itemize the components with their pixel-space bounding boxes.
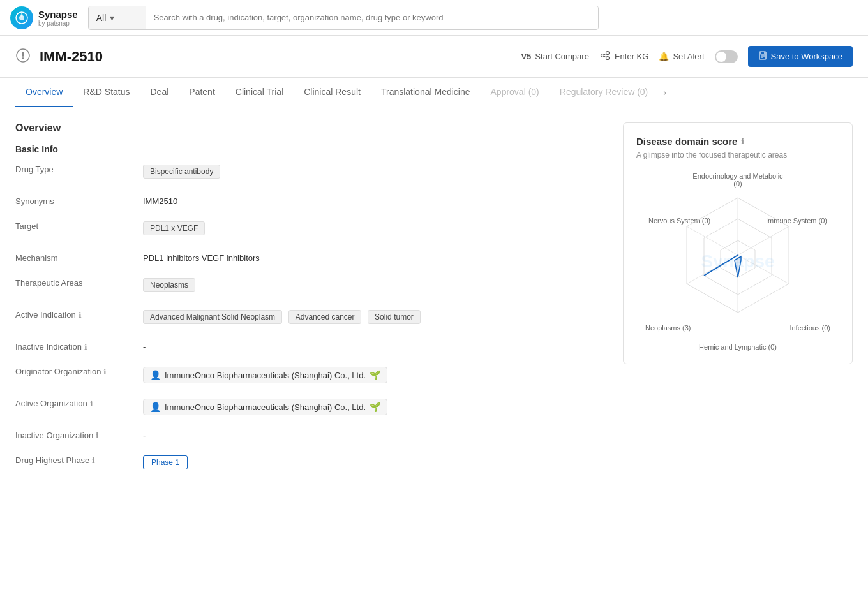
tab-translational[interactable]: Translational Medicine (371, 78, 481, 107)
originator-org-row: Originator Organization ℹ 👤 ImmuneOnco B… (15, 367, 608, 383)
phase-badge: Phase 1 (143, 455, 188, 469)
tab-approval: Approval (0) (481, 78, 550, 107)
domain-score-panel: Disease domain score ℹ A glimpse into th… (623, 122, 853, 364)
mechanism-row: Mechanism PDL1 inhibitors VEGF inhibitor… (15, 253, 608, 263)
drug-name: IMM-2510 (40, 48, 521, 65)
tab-rd-status[interactable]: R&D Status (73, 78, 140, 107)
save-to-workspace-button[interactable]: Save to Workspace (748, 46, 853, 67)
synonyms-label: Synonyms (15, 196, 143, 206)
domain-score-info-icon[interactable]: ℹ (741, 137, 744, 146)
inactive-org-label: Inactive Organization ℹ (15, 431, 143, 440)
inactive-org-info-icon[interactable]: ℹ (96, 431, 99, 440)
drug-phase-row: Drug Highest Phase ℹ Phase 1 (15, 455, 608, 469)
svg-marker-15 (735, 256, 741, 277)
target-tag: PDL1 x VEGF (143, 221, 205, 235)
header-actions: V5 Start Compare Enter KG 🔔 Set Alert (521, 46, 853, 67)
search-type-select[interactable]: All ▾ (89, 6, 146, 29)
mechanism-value: PDL1 inhibitors VEGF inhibitors (143, 253, 608, 263)
radar-chart: Synapse Endocrinology and Metabolic (0) … (642, 172, 834, 351)
therapeutic-label: Therapeutic Areas (15, 278, 143, 288)
mechanism-label: Mechanism (15, 253, 143, 263)
org-person-icon: 👤 (150, 370, 161, 380)
tab-clinical-trial[interactable]: Clinical Trial (225, 78, 294, 107)
alert-toggle[interactable] (715, 50, 738, 63)
active-org-value: 👤 ImmuneOnco Biopharmaceuticals (Shangha… (143, 399, 608, 415)
drug-type-value: Bispecific antibody (143, 165, 608, 181)
active-org-row: Active Organization ℹ 👤 ImmuneOnco Bioph… (15, 399, 608, 415)
top-navigation: Synapse by patsnap All ▾ (0, 0, 868, 36)
therapeutic-row: Therapeutic Areas Neoplasms (15, 278, 608, 295)
toggle-knob (716, 52, 726, 62)
active-indication-row: Active Indication ℹ Advanced Malignant S… (15, 310, 608, 327)
drug-pin-icon (15, 48, 33, 66)
domain-score-subtitle: A glimpse into the focused therapeutic a… (636, 151, 839, 159)
drug-type-label: Drug Type (15, 165, 143, 174)
search-input[interactable] (146, 6, 598, 29)
active-indication-value: Advanced Malignant Solid Neoplasm Advanc… (143, 310, 608, 327)
basic-info-title: Basic Info (15, 144, 608, 154)
target-value: PDL1 x VEGF (143, 221, 608, 238)
tab-bar: Overview R&D Status Deal Patent Clinical… (0, 78, 868, 107)
svg-line-6 (604, 54, 606, 55)
org-growth-icon: 🌱 (370, 370, 380, 380)
domain-score-title: Disease domain score ℹ (636, 136, 839, 147)
start-compare-button[interactable]: V5 Start Compare (521, 52, 588, 61)
originator-info-icon[interactable]: ℹ (103, 367, 107, 376)
radar-svg (642, 172, 834, 351)
inactive-indication-value: - (143, 342, 608, 351)
main-content: Overview Basic Info Drug Type Bispecific… (0, 107, 868, 500)
active-org-label: Active Organization ℹ (15, 399, 143, 408)
active-org-growth-icon: 🌱 (370, 402, 380, 412)
active-indication-info-icon[interactable]: ℹ (79, 311, 82, 320)
search-filter-container: All ▾ (88, 6, 599, 30)
indication-tag-1: Advanced Malignant Solid Neoplasm (143, 310, 282, 324)
drug-phase-value: Phase 1 (143, 455, 608, 469)
overview-section: Overview Basic Info Drug Type Bispecific… (15, 122, 608, 485)
svg-line-7 (604, 56, 606, 57)
search-type-label: All (96, 13, 107, 23)
target-row: Target PDL1 x VEGF (15, 221, 608, 238)
save-icon (758, 51, 767, 62)
originator-org-tag[interactable]: 👤 ImmuneOnco Biopharmaceuticals (Shangha… (143, 367, 387, 383)
drug-type-tag: Bispecific antibody (143, 165, 220, 179)
logo-text: Synapse by patsnap (38, 9, 78, 27)
tab-patent[interactable]: Patent (179, 78, 225, 107)
phase-info-icon[interactable]: ℹ (92, 456, 95, 465)
drug-type-row: Drug Type Bispecific antibody (15, 165, 608, 181)
indication-tag-3: Solid tumor (368, 310, 421, 324)
drug-phase-label: Drug Highest Phase ℹ (15, 455, 143, 465)
set-alert-button[interactable]: 🔔 Set Alert (659, 52, 704, 61)
svg-point-3 (601, 54, 604, 57)
tab-clinical-result[interactable]: Clinical Result (294, 78, 371, 107)
indication-tag-2: Advanced cancer (288, 310, 362, 324)
tabs-chevron-right[interactable]: › (658, 78, 671, 107)
inactive-indication-row: Inactive Indication ℹ - (15, 342, 608, 351)
active-indication-label: Active Indication ℹ (15, 310, 143, 320)
therapeutic-value: Neoplasms (143, 278, 608, 295)
svg-point-4 (606, 52, 609, 55)
active-org-tag[interactable]: 👤 ImmuneOnco Biopharmaceuticals (Shangha… (143, 399, 387, 415)
kg-icon (599, 50, 611, 63)
dropdown-icon: ▾ (110, 13, 114, 23)
compare-icon: V5 (521, 52, 531, 61)
tab-regulatory-review: Regulatory Review (0) (550, 78, 659, 107)
target-label: Target (15, 221, 143, 231)
inactive-indication-info-icon[interactable]: ℹ (84, 343, 87, 351)
logo[interactable]: Synapse by patsnap (10, 6, 78, 29)
inactive-indication-label: Inactive Indication ℹ (15, 342, 143, 351)
originator-org-label: Originator Organization ℹ (15, 367, 143, 376)
drug-header: IMM-2510 V5 Start Compare Enter KG 🔔 Set… (0, 36, 868, 78)
active-org-info-icon[interactable]: ℹ (90, 399, 93, 408)
logo-icon (10, 6, 33, 29)
originator-org-value: 👤 ImmuneOnco Biopharmaceuticals (Shangha… (143, 367, 608, 383)
inactive-org-value: - (143, 431, 608, 440)
synonyms-row: Synonyms IMM2510 (15, 196, 608, 206)
enter-kg-button[interactable]: Enter KG (599, 50, 648, 63)
tab-overview[interactable]: Overview (15, 78, 73, 107)
synonyms-value: IMM2510 (143, 196, 608, 206)
therapeutic-tag: Neoplasms (143, 278, 195, 292)
tab-deal[interactable]: Deal (140, 78, 179, 107)
inactive-org-row: Inactive Organization ℹ - (15, 431, 608, 440)
svg-point-5 (606, 57, 609, 60)
section-title: Overview (15, 122, 608, 134)
